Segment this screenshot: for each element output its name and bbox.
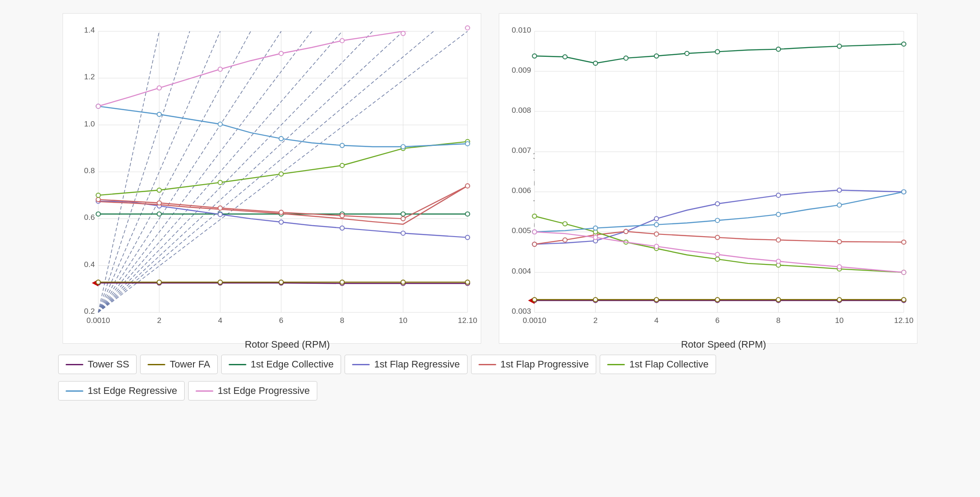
svg-point-65 <box>279 220 283 224</box>
svg-point-48 <box>96 280 100 285</box>
svg-point-49 <box>157 280 161 285</box>
legend-label-flap-regressive: 1st Flap Regressive <box>374 359 460 370</box>
left-chart-svg: 0.2 0.4 0.6 0.8 1.0 1.2 1.4 0.0010 2 4 6… <box>98 31 468 312</box>
svg-text:1.0: 1.0 <box>84 119 95 128</box>
legend-label-edge-progressive: 1st Edge Progressive <box>218 385 310 397</box>
svg-point-143 <box>902 297 906 302</box>
svg-point-160 <box>837 188 842 193</box>
svg-text:0.6: 0.6 <box>84 213 95 222</box>
svg-point-138 <box>593 297 598 302</box>
svg-text:6: 6 <box>715 316 720 325</box>
legend-label-edge-regressive: 1st Edge Regressive <box>88 385 177 397</box>
svg-point-153 <box>902 42 906 46</box>
legend-label-flap-collective: 1st Flap Collective <box>629 359 709 370</box>
right-chart-area: 0.003 0.004 0.005 0.006 0.007 0.008 0.00… <box>535 31 904 312</box>
svg-point-190 <box>715 252 720 257</box>
svg-text:8: 8 <box>340 316 345 325</box>
svg-text:12.10: 12.10 <box>894 316 913 325</box>
svg-point-137 <box>532 297 537 302</box>
svg-point-192 <box>837 265 842 269</box>
left-chart: Natural Frequency (Hz) <box>63 13 481 344</box>
svg-point-147 <box>624 56 628 60</box>
right-x-axis-label: Rotor Speed (RPM) <box>535 339 913 350</box>
svg-point-139 <box>654 297 659 302</box>
svg-point-158 <box>715 202 720 206</box>
legend-item-tower-ss: Tower SS <box>58 355 137 374</box>
svg-text:0.003: 0.003 <box>512 307 531 315</box>
svg-point-165 <box>624 230 628 234</box>
svg-point-163 <box>563 238 567 242</box>
svg-point-176 <box>715 257 720 261</box>
legend-item-flap-progressive: 1st Flap Progressive <box>471 355 597 374</box>
right-chart-svg: 0.003 0.004 0.005 0.006 0.007 0.008 0.00… <box>535 31 904 312</box>
svg-point-193 <box>902 270 906 274</box>
svg-text:6: 6 <box>279 316 283 325</box>
svg-text:2: 2 <box>593 316 598 325</box>
svg-text:0.007: 0.007 <box>512 146 531 155</box>
svg-rect-98 <box>535 31 904 312</box>
svg-point-84 <box>157 112 161 117</box>
svg-text:12.10: 12.10 <box>458 316 477 325</box>
svg-point-146 <box>593 61 598 66</box>
svg-point-170 <box>902 240 906 245</box>
svg-point-75 <box>465 184 470 188</box>
legend-item-tower-fa: Tower FA <box>140 355 218 374</box>
svg-point-148 <box>654 54 659 58</box>
svg-point-51 <box>279 280 283 285</box>
legend-item-edge-regressive: 1st Edge Regressive <box>58 381 185 401</box>
svg-point-162 <box>532 242 537 247</box>
svg-point-171 <box>532 214 537 219</box>
svg-point-68 <box>465 235 470 240</box>
legend-label-flap-progressive: 1st Flap Progressive <box>501 359 589 370</box>
svg-text:0.0010: 0.0010 <box>523 316 546 325</box>
svg-point-184 <box>776 212 781 217</box>
svg-text:0.009: 0.009 <box>512 66 531 74</box>
svg-point-149 <box>685 51 689 56</box>
charts-container: Natural Frequency (Hz) <box>9 13 971 344</box>
svg-point-60 <box>401 212 405 216</box>
svg-point-52 <box>340 280 345 285</box>
svg-point-189 <box>654 244 659 248</box>
svg-point-140 <box>715 297 720 302</box>
svg-point-67 <box>401 231 405 235</box>
svg-point-91 <box>96 104 100 108</box>
legend-label-tower-ss: Tower SS <box>88 359 129 370</box>
legend-item-edge-collective: 1st Edge Collective <box>221 355 341 374</box>
legend-item-edge-progressive: 1st Edge Progressive <box>188 381 317 401</box>
legend-container: Tower SS Tower FA 1st Edge Collective 1s… <box>49 348 931 407</box>
svg-point-167 <box>715 235 720 240</box>
svg-point-69 <box>96 197 100 202</box>
svg-point-186 <box>902 190 906 194</box>
svg-point-188 <box>593 235 598 240</box>
svg-point-86 <box>279 137 283 141</box>
svg-point-144 <box>532 54 537 58</box>
svg-point-87 <box>340 143 345 148</box>
svg-point-172 <box>563 222 567 226</box>
legend-line-flap-progressive <box>479 364 496 365</box>
svg-point-142 <box>837 297 842 302</box>
svg-text:2: 2 <box>157 316 161 325</box>
legend-label-tower-fa: Tower FA <box>170 359 210 370</box>
svg-point-183 <box>715 218 720 223</box>
svg-point-70 <box>157 201 161 205</box>
legend-line-tower-ss <box>66 364 83 365</box>
svg-point-80 <box>340 163 345 168</box>
svg-point-97 <box>465 26 470 30</box>
svg-text:0.006: 0.006 <box>512 186 531 195</box>
svg-text:8: 8 <box>776 316 781 325</box>
legend-item-flap-collective: 1st Flap Collective <box>600 355 716 374</box>
svg-point-185 <box>837 203 842 208</box>
svg-text:0.4: 0.4 <box>84 260 95 269</box>
svg-point-92 <box>157 86 161 90</box>
svg-point-74 <box>401 217 405 221</box>
svg-text:1.4: 1.4 <box>84 26 95 34</box>
svg-point-96 <box>401 31 405 36</box>
svg-point-85 <box>218 122 223 126</box>
svg-point-88 <box>401 145 405 149</box>
svg-point-181 <box>593 226 598 230</box>
svg-text:4: 4 <box>654 316 659 325</box>
svg-text:0.005: 0.005 <box>512 226 531 235</box>
svg-point-187 <box>532 230 537 234</box>
svg-point-169 <box>837 240 842 244</box>
svg-point-79 <box>279 172 283 176</box>
